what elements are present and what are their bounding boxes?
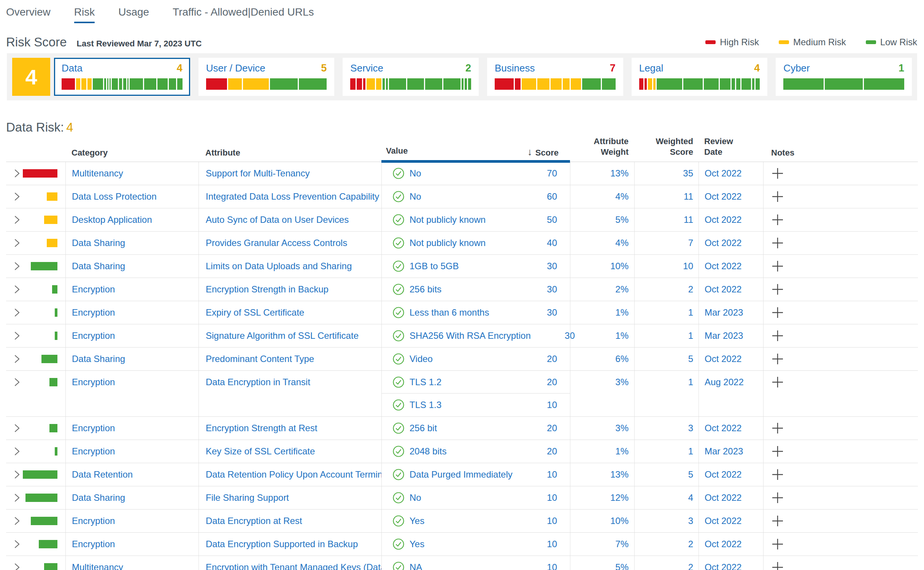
category-score: 7	[610, 62, 616, 74]
check-circle-icon	[392, 237, 405, 249]
category-name: Service	[350, 62, 383, 74]
attribute-link[interactable]: Encryption with Tenant Managed Keys (Dat…	[206, 562, 381, 570]
active-tab-underline	[74, 22, 95, 23]
attribute-link[interactable]: Data Encryption at Rest	[206, 516, 302, 526]
tab-usage[interactable]: Usage	[118, 6, 149, 24]
add-note-button[interactable]	[772, 445, 784, 457]
add-note-button[interactable]	[772, 330, 784, 342]
tab-overview[interactable]: Overview	[6, 6, 51, 24]
category-score: 2	[465, 62, 471, 74]
tab-risk[interactable]: Risk	[74, 6, 95, 24]
attribute-link[interactable]: Predominant Content Type	[206, 354, 314, 364]
expand-chevron-icon[interactable]	[13, 214, 21, 225]
add-note-button[interactable]	[772, 353, 784, 365]
expand-chevron-icon[interactable]	[13, 492, 21, 503]
add-note-button[interactable]	[772, 561, 784, 570]
expand-chevron-icon[interactable]	[13, 562, 21, 570]
attribute-link[interactable]: Provides Granular Access Controls	[206, 238, 347, 248]
risk-category-card-service[interactable]: Service 2	[343, 58, 479, 96]
risk-segment	[376, 78, 381, 90]
expand-chevron-icon[interactable]	[13, 191, 21, 202]
expand-chevron-icon[interactable]	[13, 237, 21, 249]
expand-chevron-icon[interactable]	[13, 515, 21, 527]
score-cell: 10	[513, 516, 570, 526]
value-text: TLS 1.2	[410, 377, 441, 387]
attribute-link[interactable]: File Sharing Support	[206, 492, 289, 503]
add-note-button[interactable]	[772, 376, 784, 388]
expand-chevron-icon[interactable]	[13, 307, 21, 318]
attribute-weight-cell: 3%	[615, 377, 629, 387]
value-text: Less than 6 months	[410, 307, 489, 318]
risk-category-card-user-device[interactable]: User / Device 5	[198, 58, 335, 96]
add-note-button[interactable]	[772, 191, 784, 203]
add-note-button[interactable]	[772, 468, 784, 481]
attribute-link[interactable]: Key Size of SSL Certificate	[206, 446, 315, 457]
risk-category-card-cyber[interactable]: Cyber 1	[776, 58, 912, 96]
check-circle-icon	[392, 399, 405, 411]
attribute-link[interactable]: Expiry of SSL Certificate	[206, 307, 304, 318]
add-note-button[interactable]	[772, 237, 784, 249]
expand-chevron-icon[interactable]	[13, 330, 21, 341]
header-score-sort[interactable]: ↓ Score	[527, 146, 570, 158]
value-score-group: Not publicly known 40	[381, 232, 570, 254]
score-cell: 60	[513, 191, 570, 202]
expand-chevron-icon[interactable]	[13, 538, 21, 550]
risk-segment	[104, 78, 106, 90]
expand-chevron-icon[interactable]	[13, 446, 21, 457]
risk-segment	[571, 78, 581, 90]
review-date-cell: Oct 2022	[705, 284, 741, 295]
tab-traffic-allowed-denied-urls[interactable]: Traffic - Allowed|Denied URLs	[173, 6, 314, 24]
attribute-link[interactable]: Auto Sync of Data on User Devices	[206, 214, 349, 225]
risk-segment	[112, 78, 118, 90]
add-note-button[interactable]	[772, 515, 784, 527]
category-cell: Encryption	[72, 284, 115, 295]
value-text: Data Purged Immediately	[410, 469, 513, 480]
header-attribute: Attribute	[198, 148, 381, 158]
risk-segment	[119, 78, 122, 90]
category-name: Business	[495, 62, 535, 74]
risk-segment	[363, 78, 365, 90]
risk-segment	[206, 78, 227, 90]
add-note-button[interactable]	[772, 306, 784, 319]
attribute-link[interactable]: Data Retention Policy Upon Account Termi…	[206, 469, 381, 480]
attribute-link[interactable]: Data Encryption Supported in Backup	[206, 539, 358, 549]
risk-segment-bar	[495, 78, 616, 90]
add-note-button[interactable]	[772, 538, 784, 550]
attribute-link[interactable]: Support for Multi-Tenancy	[206, 168, 310, 179]
attribute-link[interactable]: Encryption Strength at Rest	[206, 423, 317, 433]
expand-chevron-icon[interactable]	[13, 353, 21, 365]
attribute-link[interactable]: Data Encryption in Transit	[206, 377, 310, 387]
expand-chevron-icon[interactable]	[13, 284, 21, 295]
add-note-button[interactable]	[772, 422, 784, 434]
expand-chevron-icon[interactable]	[13, 168, 21, 179]
expand-chevron-icon[interactable]	[13, 376, 21, 388]
attribute-link[interactable]: Encryption Strength in Backup	[206, 284, 329, 295]
attribute-link[interactable]: Signature Algorithm of SSL Certificate	[206, 330, 359, 341]
expand-chevron-icon[interactable]	[13, 469, 21, 480]
add-note-button[interactable]	[772, 492, 784, 504]
add-note-button[interactable]	[772, 214, 784, 226]
risk-segment	[228, 78, 242, 90]
value-score-group: 256 bit 20	[381, 417, 570, 440]
risk-category-card-business[interactable]: Business 7	[487, 58, 623, 96]
category-score: 4	[754, 62, 760, 74]
add-note-button[interactable]	[772, 283, 784, 295]
weighted-score-cell: 5	[688, 469, 693, 480]
data-risk-table: Category Attribute Value ↓ Score Attribu…	[6, 139, 918, 570]
attribute-link[interactable]: Integrated Data Loss Prevention Capabili…	[206, 191, 379, 202]
row-risk-bar	[47, 239, 57, 247]
attribute-weight-cell: 5%	[615, 562, 629, 570]
weighted-score-cell: 11	[684, 214, 693, 225]
risk-category-card-data[interactable]: Data 4	[54, 58, 190, 96]
expand-chevron-icon[interactable]	[13, 422, 21, 434]
attribute-link[interactable]: Limits on Data Uploads and Sharing	[206, 261, 352, 272]
risk-score-header: Risk Score Last Reviewed Mar 7, 2023 UTC…	[6, 35, 917, 49]
legend-item: Medium Risk	[779, 37, 846, 48]
add-note-button[interactable]	[772, 260, 784, 272]
risk-segment	[357, 78, 362, 90]
value-text: No	[410, 191, 421, 202]
add-note-button[interactable]	[772, 167, 784, 179]
risk-category-card-legal[interactable]: Legal 4	[632, 58, 768, 96]
expand-chevron-icon[interactable]	[13, 260, 21, 272]
weighted-score-cell: 1	[688, 377, 693, 387]
